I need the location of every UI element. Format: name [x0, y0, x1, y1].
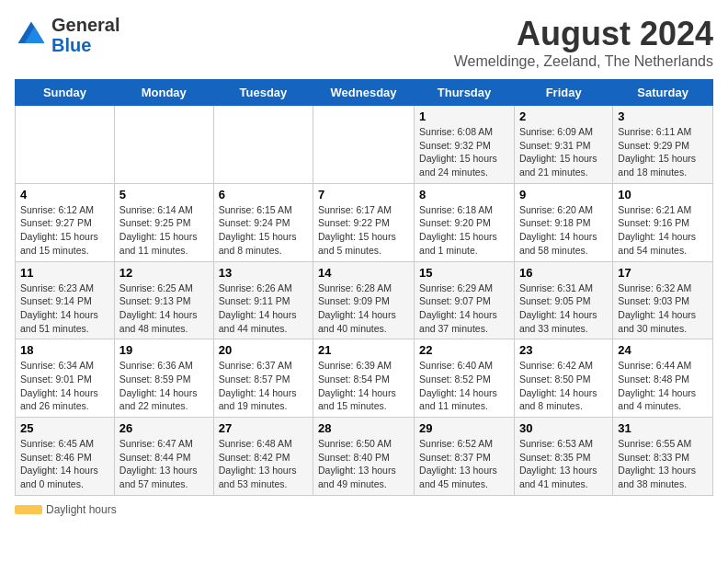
day-info: Sunrise: 6:08 AM Sunset: 9:32 PM Dayligh… — [419, 125, 509, 179]
day-info: Sunrise: 6:45 AM Sunset: 8:46 PM Dayligh… — [20, 437, 109, 491]
day-number: 3 — [618, 109, 708, 123]
day-cell: 1Sunrise: 6:08 AM Sunset: 9:32 PM Daylig… — [415, 106, 515, 184]
header-cell-monday: Monday — [114, 80, 213, 106]
title-block: August 2024 Wemeldinge, Zeeland, The Net… — [454, 15, 713, 70]
day-cell: 29Sunrise: 6:52 AM Sunset: 8:37 PM Dayli… — [415, 418, 515, 496]
day-info: Sunrise: 6:31 AM Sunset: 9:05 PM Dayligh… — [519, 282, 608, 336]
day-cell: 22Sunrise: 6:40 AM Sunset: 8:52 PM Dayli… — [415, 339, 515, 418]
day-cell: 6Sunrise: 6:15 AM Sunset: 9:24 PM Daylig… — [213, 183, 313, 261]
day-info: Sunrise: 6:34 AM Sunset: 9:01 PM Dayligh… — [20, 359, 109, 413]
day-number: 13 — [219, 266, 308, 280]
week-row-2: 11Sunrise: 6:23 AM Sunset: 9:14 PM Dayli… — [16, 261, 713, 339]
day-cell: 9Sunrise: 6:20 AM Sunset: 9:18 PM Daylig… — [514, 183, 612, 261]
day-number: 14 — [318, 266, 409, 280]
day-cell: 20Sunrise: 6:37 AM Sunset: 8:57 PM Dayli… — [213, 339, 313, 418]
day-number: 8 — [419, 188, 509, 201]
day-info: Sunrise: 6:17 AM Sunset: 9:22 PM Dayligh… — [318, 203, 409, 258]
header-cell-friday: Friday — [514, 80, 612, 106]
day-number: 28 — [318, 421, 409, 435]
day-number: 12 — [119, 266, 209, 280]
day-cell: 16Sunrise: 6:31 AM Sunset: 9:05 PM Dayli… — [514, 261, 612, 339]
header-row: SundayMondayTuesdayWednesdayThursdayFrid… — [16, 80, 713, 106]
day-info: Sunrise: 6:47 AM Sunset: 8:44 PM Dayligh… — [119, 437, 209, 491]
logo-text: General Blue — [51, 15, 119, 55]
day-cell: 11Sunrise: 6:23 AM Sunset: 9:14 PM Dayli… — [16, 261, 115, 339]
day-cell: 13Sunrise: 6:26 AM Sunset: 9:11 PM Dayli… — [213, 261, 313, 339]
day-number: 18 — [20, 343, 109, 357]
header-cell-thursday: Thursday — [415, 80, 515, 106]
day-cell: 19Sunrise: 6:36 AM Sunset: 8:59 PM Dayli… — [114, 339, 213, 418]
header: General Blue August 2024 Wemeldinge, Zee… — [15, 15, 713, 70]
day-cell: 23Sunrise: 6:42 AM Sunset: 8:50 PM Dayli… — [514, 339, 612, 418]
day-cell: 15Sunrise: 6:29 AM Sunset: 9:07 PM Dayli… — [415, 261, 515, 339]
day-info: Sunrise: 6:36 AM Sunset: 8:59 PM Dayligh… — [119, 359, 209, 413]
day-number: 26 — [119, 421, 209, 435]
day-cell: 17Sunrise: 6:32 AM Sunset: 9:03 PM Dayli… — [613, 261, 713, 339]
day-info: Sunrise: 6:52 AM Sunset: 8:37 PM Dayligh… — [419, 437, 509, 491]
day-number: 22 — [419, 343, 509, 357]
header-cell-wednesday: Wednesday — [313, 80, 415, 106]
daylight-label: Daylight hours — [46, 503, 117, 516]
calendar-body: 1Sunrise: 6:08 AM Sunset: 9:32 PM Daylig… — [16, 106, 713, 496]
day-number: 20 — [219, 343, 308, 357]
day-info: Sunrise: 6:20 AM Sunset: 9:18 PM Dayligh… — [519, 203, 608, 258]
day-number: 6 — [219, 188, 308, 201]
day-info: Sunrise: 6:50 AM Sunset: 8:40 PM Dayligh… — [318, 437, 409, 491]
day-cell: 3Sunrise: 6:11 AM Sunset: 9:29 PM Daylig… — [613, 106, 713, 184]
day-info: Sunrise: 6:23 AM Sunset: 9:14 PM Dayligh… — [20, 282, 109, 336]
day-cell: 2Sunrise: 6:09 AM Sunset: 9:31 PM Daylig… — [514, 106, 612, 184]
day-info: Sunrise: 6:15 AM Sunset: 9:24 PM Dayligh… — [219, 203, 308, 258]
day-number: 31 — [618, 421, 708, 435]
day-info: Sunrise: 6:42 AM Sunset: 8:50 PM Dayligh… — [519, 359, 608, 413]
day-number: 29 — [419, 421, 509, 435]
day-cell: 30Sunrise: 6:53 AM Sunset: 8:35 PM Dayli… — [514, 418, 612, 496]
day-info: Sunrise: 6:37 AM Sunset: 8:57 PM Dayligh… — [219, 359, 308, 413]
day-number: 17 — [618, 266, 708, 280]
page-title: August 2024 — [454, 15, 713, 53]
day-number: 23 — [519, 343, 608, 357]
week-row-4: 25Sunrise: 6:45 AM Sunset: 8:46 PM Dayli… — [16, 418, 713, 496]
day-number: 11 — [20, 266, 109, 280]
day-cell: 8Sunrise: 6:18 AM Sunset: 9:20 PM Daylig… — [415, 183, 515, 261]
week-row-1: 4Sunrise: 6:12 AM Sunset: 9:27 PM Daylig… — [16, 183, 713, 261]
day-number: 2 — [519, 109, 608, 123]
day-cell: 21Sunrise: 6:39 AM Sunset: 8:54 PM Dayli… — [313, 339, 415, 418]
day-info: Sunrise: 6:26 AM Sunset: 9:11 PM Dayligh… — [219, 282, 308, 336]
day-info: Sunrise: 6:28 AM Sunset: 9:09 PM Dayligh… — [318, 282, 409, 336]
legend-bar — [15, 505, 42, 514]
day-cell — [213, 106, 313, 184]
day-number: 1 — [419, 109, 509, 123]
day-info: Sunrise: 6:40 AM Sunset: 8:52 PM Dayligh… — [419, 359, 509, 413]
day-number: 24 — [618, 343, 708, 357]
day-cell: 4Sunrise: 6:12 AM Sunset: 9:27 PM Daylig… — [16, 183, 115, 261]
calendar-table: SundayMondayTuesdayWednesdayThursdayFrid… — [15, 79, 713, 496]
day-cell: 5Sunrise: 6:14 AM Sunset: 9:25 PM Daylig… — [114, 183, 213, 261]
day-info: Sunrise: 6:32 AM Sunset: 9:03 PM Dayligh… — [618, 282, 708, 336]
header-cell-tuesday: Tuesday — [213, 80, 313, 106]
day-info: Sunrise: 6:29 AM Sunset: 9:07 PM Dayligh… — [419, 282, 509, 336]
day-info: Sunrise: 6:18 AM Sunset: 9:20 PM Dayligh… — [419, 203, 509, 258]
day-info: Sunrise: 6:11 AM Sunset: 9:29 PM Dayligh… — [618, 125, 708, 179]
day-info: Sunrise: 6:55 AM Sunset: 8:33 PM Dayligh… — [618, 437, 708, 491]
day-number: 4 — [20, 188, 109, 201]
day-cell: 12Sunrise: 6:25 AM Sunset: 9:13 PM Dayli… — [114, 261, 213, 339]
header-cell-sunday: Sunday — [16, 80, 115, 106]
logo-icon — [15, 18, 48, 52]
week-row-3: 18Sunrise: 6:34 AM Sunset: 9:01 PM Dayli… — [16, 339, 713, 418]
logo-line2: Blue — [51, 35, 119, 55]
day-number: 30 — [519, 421, 608, 435]
logo-line1: General — [51, 15, 119, 35]
header-cell-saturday: Saturday — [613, 80, 713, 106]
day-cell: 14Sunrise: 6:28 AM Sunset: 9:09 PM Dayli… — [313, 261, 415, 339]
day-cell: 28Sunrise: 6:50 AM Sunset: 8:40 PM Dayli… — [313, 418, 415, 496]
day-info: Sunrise: 6:53 AM Sunset: 8:35 PM Dayligh… — [519, 437, 608, 491]
day-info: Sunrise: 6:48 AM Sunset: 8:42 PM Dayligh… — [219, 437, 308, 491]
day-info: Sunrise: 6:39 AM Sunset: 8:54 PM Dayligh… — [318, 359, 409, 413]
day-info: Sunrise: 6:12 AM Sunset: 9:27 PM Dayligh… — [20, 203, 109, 258]
day-number: 5 — [119, 188, 209, 201]
day-number: 27 — [219, 421, 308, 435]
day-info: Sunrise: 6:44 AM Sunset: 8:48 PM Dayligh… — [618, 359, 708, 413]
day-cell: 24Sunrise: 6:44 AM Sunset: 8:48 PM Dayli… — [613, 339, 713, 418]
day-cell: 7Sunrise: 6:17 AM Sunset: 9:22 PM Daylig… — [313, 183, 415, 261]
day-number: 16 — [519, 266, 608, 280]
